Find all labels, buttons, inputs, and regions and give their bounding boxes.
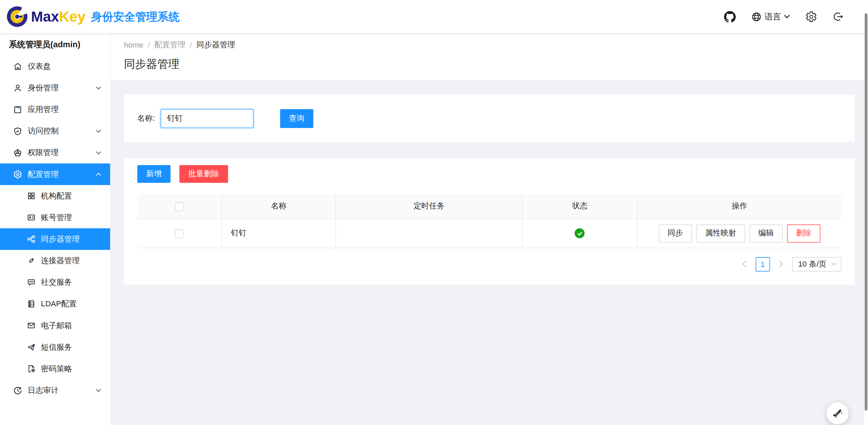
gear-icon: [13, 170, 22, 179]
breadcrumb-separator: /: [148, 40, 150, 49]
table-header-row: 名称 定时任务 状态 操作: [137, 194, 842, 219]
chevron-down-icon: [784, 14, 790, 19]
chevron-right-icon: [778, 260, 784, 268]
grid-icon: [27, 191, 36, 200]
sidebar-item-email[interactable]: 电子邮箱: [0, 315, 110, 336]
sidebar-item-label: 仪表盘: [28, 61, 51, 71]
logout-icon[interactable]: [832, 11, 843, 22]
chevron-up-icon: [96, 172, 101, 176]
chat-icon: [27, 278, 36, 287]
batch-delete-button[interactable]: 批量删除: [179, 165, 228, 183]
sidebar-item-audit[interactable]: 日志审计: [0, 379, 110, 401]
row-status-cell: [522, 219, 637, 248]
theme-wand-button[interactable]: [827, 402, 849, 425]
breadcrumb-separator: /: [190, 40, 192, 49]
row-checkbox[interactable]: [175, 229, 184, 238]
header-select-cell: [137, 194, 222, 219]
sidebar-item-identity[interactable]: 身份管理: [0, 77, 110, 99]
sidebar-item-label: 密码策略: [41, 364, 72, 374]
app-root: MaxKey 身份安全管理系统 语言: [0, 0, 868, 425]
sidebar-item-sms[interactable]: 短信服务: [0, 336, 110, 358]
header-cron: 定时任务: [336, 194, 522, 219]
magic-wand-icon: [831, 407, 844, 420]
sidebar-item-label: 应用管理: [28, 104, 59, 114]
page-size-select[interactable]: 10 条/页: [792, 257, 842, 271]
row-cron-cell: [336, 219, 522, 248]
page-header: home / 配置管理 / 同步器管理 同步器管理: [111, 33, 868, 81]
sidebar-item-permissions[interactable]: 权限管理: [0, 142, 110, 164]
pagination: 1 10 条/页: [137, 257, 842, 271]
sidebar-item-label: 权限管理: [28, 148, 59, 158]
page-number[interactable]: 1: [756, 257, 770, 271]
chevron-left-icon: [742, 260, 747, 268]
search-field-label: 名称:: [137, 113, 155, 123]
breadcrumb-home[interactable]: home: [124, 40, 144, 49]
header-actions: 操作: [637, 194, 841, 219]
sidebar-item-connectors[interactable]: 连接器管理: [0, 250, 110, 271]
id-card-icon: [27, 213, 36, 222]
chevron-down-icon: [96, 86, 101, 90]
attribute-mapping-button[interactable]: 属性映射: [696, 224, 745, 242]
sidebar-item-label: 账号管理: [41, 212, 72, 222]
header-status: 状态: [522, 194, 637, 219]
sidebar-item-org-config[interactable]: 机构配置: [0, 185, 110, 207]
delete-button[interactable]: 删除: [787, 224, 820, 242]
sidebar-item-ldap[interactable]: LDAP配置: [0, 293, 110, 315]
table-toolbar: 新增 批量删除: [137, 165, 842, 183]
pentagon-icon: [13, 148, 22, 157]
sidebar-item-label: 电子邮箱: [41, 321, 72, 331]
sidebar-item-label: 访问控制: [28, 126, 59, 136]
brand-logo-link[interactable]: MaxKey 身份安全管理系统: [0, 6, 179, 27]
sidebar-item-synchronizers[interactable]: 同步器管理: [0, 228, 110, 250]
next-page-button[interactable]: [774, 257, 788, 271]
sidebar-item-label: 日志审计: [28, 385, 59, 395]
brand-text: MaxKey: [31, 8, 85, 25]
sidebar-item-label: 配置管理: [28, 169, 59, 179]
sidebar-item-social[interactable]: 社交服务: [0, 271, 110, 293]
page-size-value: 10 条/页: [798, 259, 826, 269]
query-button[interactable]: 查询: [280, 109, 313, 128]
chevron-down-icon: [831, 262, 837, 266]
settings-gear-icon[interactable]: [805, 11, 817, 23]
sidebar-item-dashboard[interactable]: 仪表盘: [0, 55, 110, 77]
page-title: 同步器管理: [124, 56, 855, 72]
scrollbar-thumb[interactable]: [865, 13, 867, 411]
table-row: 钉钉 同步 属性映射 编辑: [137, 219, 842, 248]
sidebar-item-password-policy[interactable]: 密码策略: [0, 358, 110, 379]
sidebar-item-label: 社交服务: [41, 277, 72, 287]
select-all-checkbox[interactable]: [175, 202, 184, 211]
chevron-down-icon: [96, 151, 101, 154]
top-navbar: MaxKey 身份安全管理系统 语言: [0, 0, 868, 33]
github-icon[interactable]: [724, 11, 736, 23]
file-shield-icon: [27, 364, 36, 373]
sidebar-user: 系统管理员(admin): [0, 33, 110, 55]
language-menu[interactable]: 语言: [751, 11, 790, 22]
sidebar-item-label: LDAP配置: [41, 299, 77, 309]
breadcrumb-config[interactable]: 配置管理: [155, 40, 186, 50]
prev-page-button[interactable]: [738, 257, 751, 271]
edit-button[interactable]: 编辑: [749, 224, 783, 242]
add-button[interactable]: 新增: [137, 165, 171, 183]
sidebar-item-access-control[interactable]: 访问控制: [0, 120, 110, 142]
appstore-icon: [13, 105, 22, 114]
sidebar-item-config[interactable]: 配置管理: [0, 164, 110, 185]
row-name-cell: 钉钉: [222, 219, 336, 248]
sidebar-item-accounts[interactable]: 账号管理: [0, 207, 110, 228]
sidebar-item-label: 同步器管理: [41, 234, 80, 244]
home-icon: [13, 62, 22, 71]
server-icon: [27, 299, 36, 308]
name-search-input[interactable]: [160, 109, 253, 128]
user-icon: [13, 83, 22, 92]
row-select-cell: [137, 219, 222, 248]
chevron-down-icon: [96, 129, 101, 133]
maxkey-logo-icon: [6, 6, 28, 27]
brand-max: Max: [31, 8, 59, 25]
check-icon: [577, 230, 583, 236]
globe-icon: [751, 11, 762, 22]
sidebar: 系统管理员(admin) 仪表盘 身份管理: [0, 33, 111, 425]
sidebar-item-applications[interactable]: 应用管理: [0, 99, 110, 120]
sidebar-item-label: 身份管理: [28, 83, 59, 93]
header-name: 名称: [222, 194, 336, 219]
language-label: 语言: [764, 11, 781, 22]
sync-button[interactable]: 同步: [659, 224, 692, 242]
